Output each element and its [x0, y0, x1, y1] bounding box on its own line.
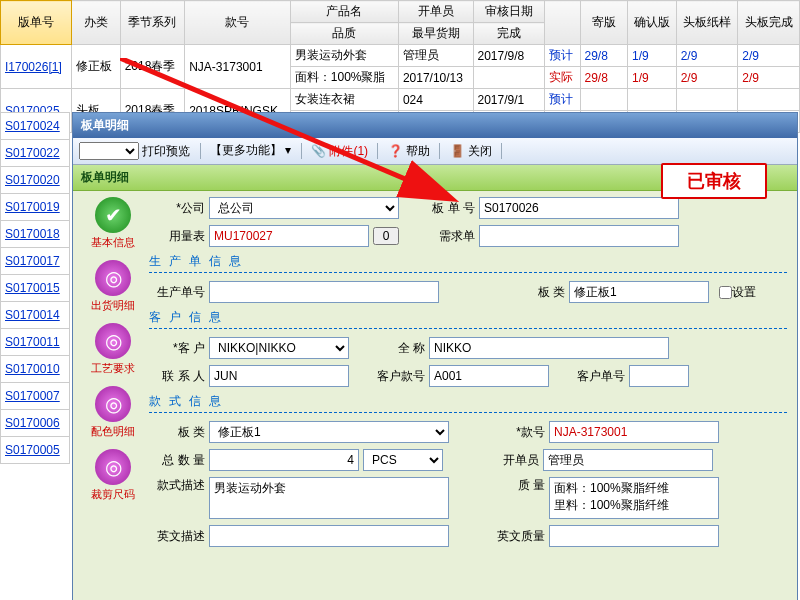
- contact-label: 联 系 人: [149, 368, 205, 385]
- sidebar-link[interactable]: S0170020: [5, 173, 60, 187]
- toolbar: 打印预览 【更多功能】 ▾ 📎 附件(1) ❓ 帮助 🚪 关闭: [73, 138, 797, 165]
- setting-label: 设置: [732, 284, 756, 301]
- col-opener[interactable]: 开单员: [398, 1, 473, 23]
- close-button[interactable]: 关闭: [468, 144, 492, 158]
- quality-field[interactable]: 面料：100%聚脂纤维 里料：100%聚脂纤维: [549, 477, 719, 519]
- approved-stamp: 已审核: [661, 163, 767, 199]
- desc-field[interactable]: 男装运动外套: [209, 477, 449, 519]
- sidebar-link[interactable]: S0170011: [5, 335, 60, 349]
- detail-panel: 板单明细 打印预览 【更多功能】 ▾ 📎 附件(1) ❓ 帮助 🚪 关闭 板单明…: [72, 112, 798, 600]
- fullname-label: 全 称: [369, 340, 425, 357]
- customer-label: *客 户: [149, 340, 205, 357]
- engq-label: 英文质量: [489, 528, 545, 545]
- col-style[interactable]: 款号: [185, 1, 291, 45]
- col-season[interactable]: 季节系列: [120, 1, 185, 45]
- col-sample[interactable]: 头板纸样: [676, 1, 738, 45]
- nav-item[interactable]: ◎工艺要求: [83, 323, 143, 376]
- sidebar-link[interactable]: S0170015: [5, 281, 60, 295]
- sidebar-link[interactable]: S0170007: [5, 389, 60, 403]
- qty-label: 总 数 量: [149, 452, 205, 469]
- banno-field[interactable]: [479, 197, 679, 219]
- prodno-label: 生产单号: [149, 284, 205, 301]
- banno-label: 板 单 号: [419, 200, 475, 217]
- col-audit[interactable]: 审核日期: [473, 1, 544, 23]
- company-label: *公司: [149, 200, 205, 217]
- module-icon: ◎: [95, 323, 131, 359]
- usage-label: 用量表: [149, 228, 205, 245]
- sidebar-link[interactable]: S0170010: [5, 362, 60, 376]
- eng-field[interactable]: [209, 525, 449, 547]
- custno-field[interactable]: [429, 365, 549, 387]
- unit-select[interactable]: PCS: [363, 449, 443, 471]
- more-menu[interactable]: 【更多功能】 ▾: [210, 143, 291, 157]
- bancat-label: 板 类: [509, 284, 565, 301]
- demand-label: 需求单: [419, 228, 475, 245]
- help-icon: ❓: [388, 144, 403, 158]
- opener-label: 开单员: [483, 452, 539, 469]
- quality-label: 质 量: [489, 477, 545, 494]
- bancat-field[interactable]: [569, 281, 709, 303]
- col-done[interactable]: 完成: [473, 23, 544, 45]
- attachment-button[interactable]: 附件(1): [329, 144, 368, 158]
- setting-checkbox[interactable]: [719, 286, 732, 299]
- door-icon: 🚪: [450, 144, 465, 158]
- module-icon: ◎: [95, 449, 131, 485]
- col-sample-done[interactable]: 头板完成: [738, 1, 800, 45]
- nav-item[interactable]: ◎配色明细: [83, 386, 143, 439]
- row-link[interactable]: I170026[1]: [5, 60, 62, 74]
- custban-label: 客户单号: [569, 368, 625, 385]
- nav-item[interactable]: ◎裁剪尺码: [83, 449, 143, 502]
- table-row: I170026[1] 修正板 2018春季 NJA-3173001 男装运动外套…: [1, 45, 800, 67]
- sidebar-link[interactable]: S0170018: [5, 227, 60, 241]
- sidebar-link[interactable]: S0170014: [5, 308, 60, 322]
- fullname-field[interactable]: [429, 337, 669, 359]
- col-ban-no[interactable]: 版单号: [1, 1, 72, 45]
- col-send[interactable]: 寄版: [580, 1, 628, 45]
- sidebar-link[interactable]: S0170017: [5, 254, 60, 268]
- sidebar-link[interactable]: S0170024: [5, 119, 60, 133]
- usage-button[interactable]: 0: [373, 227, 399, 245]
- check-icon: ✔: [95, 197, 131, 233]
- contact-field[interactable]: [209, 365, 349, 387]
- section-customer: 客户信息: [149, 309, 787, 329]
- qty-field[interactable]: [209, 449, 359, 471]
- module-icon: ◎: [95, 386, 131, 422]
- sidebar-link[interactable]: S0170022: [5, 146, 60, 160]
- styleno-field[interactable]: [549, 421, 719, 443]
- eng-label: 英文描述: [149, 528, 205, 545]
- usage-field[interactable]: [209, 225, 369, 247]
- prodno-field[interactable]: [209, 281, 439, 303]
- sidebar-link[interactable]: S0170019: [5, 200, 60, 214]
- sidebar-link[interactable]: S0170006: [5, 416, 60, 430]
- nav-item[interactable]: ◎出货明细: [83, 260, 143, 313]
- demand-field[interactable]: [479, 225, 679, 247]
- bancat2-select[interactable]: 修正板1: [209, 421, 449, 443]
- custban-field[interactable]: [629, 365, 689, 387]
- panel-title: 板单明细: [73, 113, 797, 138]
- print-preview-button[interactable]: 打印预览: [142, 144, 190, 158]
- customer-select[interactable]: NIKKO|NIKKO: [209, 337, 349, 359]
- col-earliest[interactable]: 最早货期: [398, 23, 473, 45]
- col-blank[interactable]: [544, 1, 580, 45]
- col-confirm[interactable]: 确认版: [628, 1, 677, 45]
- styleno-label: *款号: [489, 424, 545, 441]
- detail-form: *公司 总公司 板 单 号 用量表 0 需求单 生产单信息 生产单号 板 类 设…: [149, 197, 787, 547]
- sidebar-list: S0170024S0170022S0170020S0170019S0170018…: [0, 112, 70, 464]
- company-select[interactable]: 总公司: [209, 197, 399, 219]
- nav-item[interactable]: ✔基本信息: [83, 197, 143, 250]
- col-quality[interactable]: 品质: [290, 23, 398, 45]
- col-prod[interactable]: 产品名: [290, 1, 398, 23]
- sidebar-link[interactable]: S0170005: [5, 443, 60, 457]
- bancat2-label: 板 类: [149, 424, 205, 441]
- custno-label: 客户款号: [369, 368, 425, 385]
- help-button[interactable]: 帮助: [406, 144, 430, 158]
- section-style: 款式信息: [149, 393, 787, 413]
- toolbar-select[interactable]: [79, 142, 139, 160]
- opener-field[interactable]: [543, 449, 713, 471]
- desc-label: 款式描述: [149, 477, 205, 494]
- engq-field[interactable]: [549, 525, 719, 547]
- col-cat[interactable]: 办类: [72, 1, 121, 45]
- module-icon: ◎: [95, 260, 131, 296]
- side-nav: ✔基本信息◎出货明细◎工艺要求◎配色明细◎裁剪尺码: [83, 197, 143, 512]
- table-row: S0170025 头板 2018春季 2018SPRINGSK 女装连衣裙 02…: [1, 89, 800, 111]
